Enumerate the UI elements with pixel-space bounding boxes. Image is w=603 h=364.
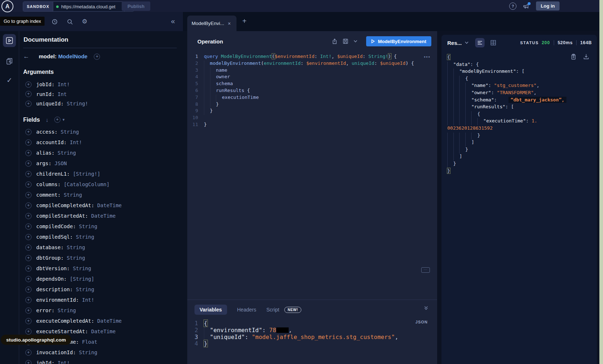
doc-field-row: +database: String — [23, 242, 187, 253]
login-button[interactable]: Log in — [536, 1, 560, 11]
indent-guide — [210, 67, 216, 74]
line-number: 2 — [187, 60, 198, 66]
ellipsis-icon[interactable]: ••• — [424, 54, 431, 59]
add-icon[interactable]: + — [25, 276, 32, 282]
doc-field-row: +description: String — [23, 284, 187, 295]
download-icon[interactable] — [583, 54, 589, 60]
indent-guide — [453, 139, 460, 147]
endpoint-url-input[interactable]: https://metadata.cloud.get — [53, 2, 124, 11]
operation-panel: Operation ModelByEnvironment — [187, 31, 437, 364]
add-icon[interactable]: + — [94, 54, 100, 60]
close-tab-icon[interactable]: × — [228, 21, 231, 26]
settings-icon[interactable]: ⚙ — [82, 18, 87, 25]
line-number: 8 — [187, 101, 198, 107]
save-icon[interactable] — [343, 38, 348, 44]
doc-field-row: +executeCompletedAt: DateTime — [23, 316, 187, 326]
variables-panel: Variables Headers Script NEW! JSON 1{2"e… — [187, 300, 437, 364]
add-icon[interactable]: + — [25, 150, 32, 156]
response-body[interactable]: {"data": {"modelByEnvironment": [{"name"… — [441, 51, 597, 175]
doc-field-row: +invocationId: String — [23, 347, 187, 358]
help-icon[interactable]: ? — [509, 3, 516, 10]
indent-guide — [465, 111, 472, 118]
code-line: 9} — [187, 108, 437, 115]
run-operation-button[interactable]: ModelByEnvironment — [366, 36, 431, 46]
add-all-fields-icon[interactable]: + — [54, 117, 60, 123]
chevron-down-icon[interactable]: ▾ — [63, 117, 65, 122]
tab-variables[interactable]: Variables — [194, 305, 227, 315]
explorer-toolbar: ⚙ « ModelByEnvi... × + — [0, 12, 599, 31]
response-time: 520ms — [558, 40, 573, 45]
add-icon[interactable]: + — [25, 350, 32, 356]
add-icon[interactable]: + — [25, 286, 32, 293]
save-chevron-down-icon[interactable] — [353, 40, 357, 43]
add-icon[interactable]: + — [25, 91, 32, 97]
collapse-double-chevron-icon[interactable] — [424, 306, 428, 310]
new-tab-icon[interactable]: + — [242, 17, 247, 25]
response-chevron-down-icon[interactable] — [465, 41, 469, 44]
doc-field-row: +environmentId: Int! — [23, 295, 187, 305]
apollo-logo[interactable]: A — [1, 0, 13, 12]
megaphone-icon[interactable] — [523, 3, 529, 9]
doc-field-row: +compileStartedAt: DateTime — [23, 211, 187, 221]
add-icon[interactable]: + — [25, 213, 32, 219]
apollo-studio-window: A SANDBOX https://metadata.cloud.get ⚙ P… — [0, 0, 603, 364]
documentation-panel: Documentation ← model: ModelNode + Argum… — [19, 31, 187, 364]
publish-button[interactable]: Publish — [122, 1, 150, 11]
code-line: 5schema — [187, 81, 437, 88]
indent-guide — [447, 139, 453, 147]
collapse-panel-icon[interactable]: « — [171, 16, 175, 26]
arguments-title: Arguments — [23, 69, 187, 75]
table-icon[interactable] — [490, 40, 496, 46]
add-icon[interactable]: + — [25, 81, 32, 88]
add-icon[interactable]: + — [25, 265, 32, 272]
add-icon[interactable]: + — [25, 192, 32, 198]
add-icon[interactable]: + — [25, 139, 32, 146]
add-icon[interactable]: + — [25, 160, 32, 167]
line-number: 6 — [187, 88, 198, 93]
tab-modelbyenvironment[interactable]: ModelByEnvi... × — [187, 16, 236, 31]
add-icon[interactable]: + — [25, 129, 32, 135]
indent-guide — [471, 111, 477, 118]
response-title: Res... — [447, 40, 462, 46]
search-icon[interactable] — [67, 18, 73, 25]
doc-field-row: +dbtGroup: String — [23, 253, 187, 263]
panel-title: Documentation — [24, 36, 187, 43]
keyboard-icon[interactable]: ··· — [421, 267, 430, 273]
add-icon[interactable]: + — [25, 318, 32, 324]
share-icon[interactable] — [332, 38, 338, 45]
add-icon[interactable]: + — [25, 360, 32, 364]
add-icon[interactable]: + — [25, 171, 32, 177]
back-arrow-icon[interactable]: ← — [23, 53, 29, 60]
arguments-list: +jobId: Int!+runId: Int+uniqueId: String… — [23, 80, 187, 109]
history-icon[interactable] — [51, 18, 58, 25]
add-icon[interactable]: + — [25, 244, 32, 251]
add-icon[interactable]: + — [25, 223, 32, 230]
add-icon[interactable]: + — [25, 234, 32, 240]
copy-icon[interactable] — [571, 54, 576, 60]
variables-editor[interactable]: 1{2"environmentId": 78,3"uniqueId": "mod… — [187, 320, 437, 347]
add-icon[interactable]: + — [25, 255, 32, 261]
indent-guide — [447, 161, 453, 168]
indent-guide — [204, 334, 210, 340]
indent-guide — [465, 83, 472, 90]
add-icon[interactable]: + — [25, 202, 32, 209]
operation-editor[interactable]: 1query ModelByEnvironment($environmentId… — [187, 54, 437, 129]
sort-icon[interactable]: ↓ — [46, 117, 49, 123]
add-icon[interactable]: + — [25, 101, 32, 107]
add-icon[interactable]: + — [25, 297, 32, 303]
line-number: 3 — [187, 334, 198, 340]
indent-guide — [447, 104, 453, 111]
indent-guide — [459, 83, 465, 90]
add-icon[interactable]: + — [25, 307, 32, 314]
tab-script[interactable]: Script — [266, 307, 279, 313]
indent-guide — [204, 60, 210, 67]
tab-headers[interactable]: Headers — [237, 307, 256, 313]
format-icon[interactable] — [475, 38, 485, 47]
add-icon[interactable]: + — [25, 181, 32, 188]
response-panel: Res... STATUS 200 520ms 164B — [441, 35, 597, 364]
add-icon[interactable]: + — [25, 329, 32, 335]
crumb-type-link[interactable]: ModelNode — [58, 53, 88, 59]
explorer-icon[interactable] — [3, 34, 16, 47]
collections-icon[interactable] — [3, 55, 16, 68]
checks-icon[interactable]: ✓ — [7, 76, 12, 84]
